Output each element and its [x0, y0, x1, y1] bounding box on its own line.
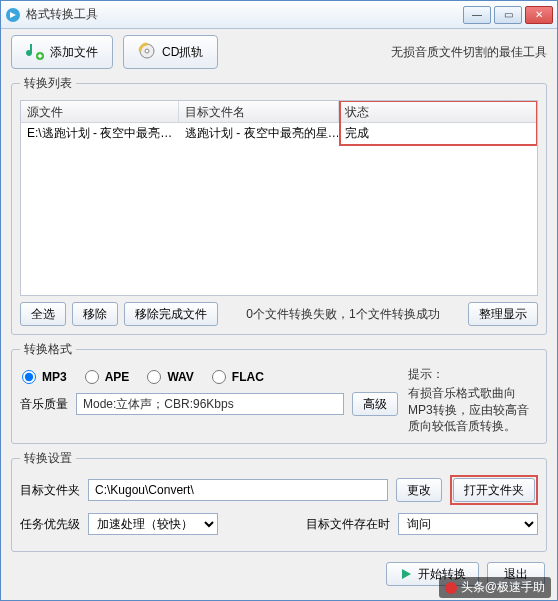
radio-wav[interactable]: WAV — [147, 370, 193, 384]
window-title: 格式转换工具 — [26, 6, 463, 23]
add-file-label: 添加文件 — [50, 44, 98, 61]
priority-label: 任务优先级 — [20, 516, 80, 533]
file-table: 源文件 目标文件名 状态 E:\逃跑计划 - 夜空中最亮… 逃跑计划 - 夜空中… — [20, 100, 538, 296]
app-window: 格式转换工具 — ▭ ✕ 添加文件 CD抓轨 无损音质文件切割的最佳工具 转换列… — [0, 0, 558, 601]
quality-display[interactable] — [76, 393, 344, 415]
dest-folder-input[interactable] — [88, 479, 388, 501]
app-icon — [5, 7, 21, 23]
music-add-icon — [26, 42, 44, 63]
watermark-icon — [445, 582, 457, 594]
format-tip: 提示： 有损音乐格式歌曲向MP3转换，应由较高音质向较低音质转换。 — [408, 366, 538, 435]
select-all-button[interactable]: 全选 — [20, 302, 66, 326]
minimize-button[interactable]: — — [463, 6, 491, 24]
format-options: MP3 APE WAV FLAC — [20, 366, 398, 388]
maximize-button[interactable]: ▭ — [494, 6, 522, 24]
add-file-button[interactable]: 添加文件 — [11, 35, 113, 69]
cell-status: 完成 — [339, 123, 537, 143]
col-source[interactable]: 源文件 — [21, 101, 179, 122]
dest-folder-row: 目标文件夹 更改 打开文件夹 — [20, 475, 538, 505]
radio-ape[interactable]: APE — [85, 370, 130, 384]
change-folder-button[interactable]: 更改 — [396, 478, 442, 502]
advanced-button[interactable]: 高级 — [352, 392, 398, 416]
tip-title: 提示： — [408, 366, 538, 383]
cell-source: E:\逃跑计划 - 夜空中最亮… — [21, 123, 179, 143]
tidy-display-button[interactable]: 整理显示 — [468, 302, 538, 326]
window-controls: — ▭ ✕ — [463, 6, 553, 24]
main-toolbar: 添加文件 CD抓轨 无损音质文件切割的最佳工具 — [11, 35, 547, 69]
quality-label: 音乐质量 — [20, 396, 68, 413]
remove-button[interactable]: 移除 — [72, 302, 118, 326]
content-area: 添加文件 CD抓轨 无损音质文件切割的最佳工具 转换列表 源文件 目标文件名 状… — [1, 29, 557, 600]
format-legend: 转换格式 — [20, 341, 76, 358]
watermark: 头条@极速手助 — [439, 577, 551, 598]
col-target[interactable]: 目标文件名 — [179, 101, 339, 122]
quality-row: 音乐质量 高级 — [20, 392, 398, 416]
settings-legend: 转换设置 — [20, 450, 76, 467]
exists-label: 目标文件存在时 — [306, 516, 390, 533]
radio-ape-input[interactable] — [85, 370, 99, 384]
titlebar: 格式转换工具 — ▭ ✕ — [1, 1, 557, 29]
conversion-list-legend: 转换列表 — [20, 75, 76, 92]
exists-select[interactable]: 询问 — [398, 513, 538, 535]
radio-wav-input[interactable] — [147, 370, 161, 384]
highlight-open-folder: 打开文件夹 — [450, 475, 538, 505]
table-header: 源文件 目标文件名 状态 — [21, 101, 537, 123]
radio-flac[interactable]: FLAC — [212, 370, 264, 384]
format-group: 转换格式 MP3 APE WAV FLAC 音乐质量 高级 — [11, 341, 547, 444]
tip-body: 有损音乐格式歌曲向MP3转换，应由较高音质向较低音质转换。 — [408, 385, 538, 435]
open-folder-button[interactable]: 打开文件夹 — [453, 478, 535, 502]
settings-group: 转换设置 目标文件夹 更改 打开文件夹 任务优先级 加速处理（较快） 目标文件存… — [11, 450, 547, 552]
play-icon — [399, 567, 413, 581]
cd-icon — [138, 42, 156, 63]
table-row[interactable]: E:\逃跑计划 - 夜空中最亮… 逃跑计划 - 夜空中最亮的星… 完成 — [21, 123, 537, 143]
cell-target: 逃跑计划 - 夜空中最亮的星… — [179, 123, 339, 143]
conversion-summary: 0个文件转换失败，1个文件转换成功 — [224, 306, 462, 323]
cd-rip-label: CD抓轨 — [162, 44, 203, 61]
radio-mp3-input[interactable] — [22, 370, 36, 384]
radio-flac-input[interactable] — [212, 370, 226, 384]
list-actions: 全选 移除 移除完成文件 0个文件转换失败，1个文件转换成功 整理显示 — [20, 302, 538, 326]
priority-select[interactable]: 加速处理（较快） — [88, 513, 218, 535]
close-button[interactable]: ✕ — [525, 6, 553, 24]
svg-point-3 — [145, 49, 149, 53]
slogan-text: 无损音质文件切割的最佳工具 — [391, 44, 547, 61]
priority-row: 任务优先级 加速处理（较快） 目标文件存在时 询问 — [20, 513, 538, 535]
remove-done-button[interactable]: 移除完成文件 — [124, 302, 218, 326]
conversion-list-group: 转换列表 源文件 目标文件名 状态 E:\逃跑计划 - 夜空中最亮… 逃跑计划 … — [11, 75, 547, 335]
watermark-text: 头条@极速手助 — [461, 579, 545, 596]
col-status[interactable]: 状态 — [339, 101, 537, 122]
dest-folder-label: 目标文件夹 — [20, 482, 80, 499]
cd-rip-button[interactable]: CD抓轨 — [123, 35, 218, 69]
radio-mp3[interactable]: MP3 — [22, 370, 67, 384]
